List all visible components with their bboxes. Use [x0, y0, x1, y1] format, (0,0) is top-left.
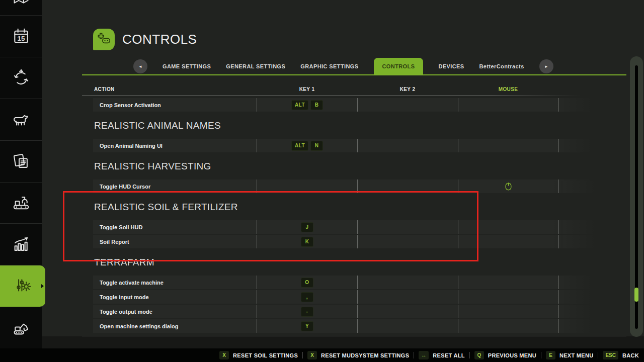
tab-bettercontracts[interactable]: BetterContracts: [479, 63, 524, 69]
footer-divider: [469, 352, 470, 358]
footer-key-badge: E: [546, 351, 555, 359]
key1-cell: ALTB: [257, 98, 357, 112]
mouse-icon: [505, 183, 512, 191]
tabs-prev-button[interactable]: ◂: [133, 59, 147, 73]
sidebar: 15: [0, 0, 42, 348]
key1-cell: ALTN: [257, 139, 357, 152]
key-badge: ALT: [291, 141, 308, 151]
row-end-spacer: [558, 220, 594, 234]
gamepad-icon: [97, 31, 112, 48]
sidebar-item-construction[interactable]: [0, 307, 42, 348]
sidebar-item-settings[interactable]: [0, 265, 45, 307]
key2-cell: [357, 319, 458, 333]
sidebar-item-calendar[interactable]: 15: [0, 16, 42, 57]
row-end-spacer: [558, 305, 594, 318]
footer-action-label: BACK: [622, 352, 639, 358]
footer-divider: [414, 352, 414, 358]
tab-graphic-settings[interactable]: GRAPHIC SETTINGS: [300, 63, 358, 69]
scrollbar-thumb[interactable]: [634, 288, 638, 302]
footer-divider: [302, 352, 303, 358]
tab-controls[interactable]: CONTROLS: [374, 58, 424, 74]
controls-settings-screen: 15 CONTROLS ◂GAME SETTINGSGENERAL SETTIN…: [0, 0, 644, 362]
settings-icon: [13, 277, 32, 296]
cow-icon: [12, 110, 31, 129]
footer-action-label: RESET ALL: [433, 352, 464, 358]
column-header-mouse: MOUSE: [458, 86, 558, 92]
column-header-key2: KEY 2: [357, 86, 458, 92]
key2-cell: [357, 98, 458, 112]
tab-game-settings[interactable]: GAME SETTINGS: [163, 63, 211, 69]
svg-text:15: 15: [17, 35, 25, 42]
footer-divider: [541, 352, 541, 358]
action-label: Crop Sensor Activation: [93, 98, 257, 112]
sidebar-item-animals[interactable]: [0, 99, 42, 141]
table-row[interactable]: Toggle output mode-: [93, 305, 594, 318]
map-icon: [12, 0, 31, 6]
key2-cell: [357, 305, 458, 318]
sidebar-item-statistics[interactable]: [0, 224, 42, 265]
statistics-icon: [12, 235, 31, 254]
annotation-box: [63, 191, 478, 261]
section-heading-realistic-harvesting: REALISTIC HARVESTING: [94, 161, 594, 172]
mouse-cell: [458, 290, 558, 304]
action-label: Toggle output mode: [93, 305, 257, 318]
section-heading-realistic-animal-names: REALISTIC ANIMAL NAMES: [94, 120, 594, 131]
key-badge: ,: [301, 292, 313, 302]
row-end-spacer: [558, 235, 594, 248]
table-row[interactable]: Crop Sensor ActivationALTB: [93, 98, 594, 112]
table-header-divider: [82, 95, 580, 96]
table-row[interactable]: Open Animal Naming UIALTN: [93, 139, 594, 152]
row-end-spacer: [558, 276, 594, 289]
key2-cell: [357, 276, 458, 289]
key1-cell: -: [257, 305, 357, 318]
row-end-spacer: [558, 98, 594, 112]
key2-cell: [357, 139, 458, 152]
controls-app-icon: [93, 29, 115, 50]
footer-key-badge: X: [307, 351, 317, 359]
mouse-cell: [458, 276, 558, 289]
mouse-cell: [458, 139, 558, 152]
contracts-icon: [12, 152, 31, 171]
tab-devices[interactable]: DEVICES: [438, 63, 464, 69]
table-row[interactable]: Toggle input mode,: [93, 290, 594, 304]
mouse-cell: [458, 319, 558, 333]
row-end-spacer: [558, 319, 594, 333]
footer-action-reset-mudsystem-settings[interactable]: XRESET MUDSYSTEM SETTINGS: [307, 351, 409, 359]
key-badge: O: [301, 278, 313, 288]
sidebar-item-crop-rotation[interactable]: [0, 57, 42, 99]
mouse-cell: [458, 305, 558, 318]
sidebar-item-contracts[interactable]: [0, 141, 42, 183]
row-end-spacer: [558, 179, 594, 193]
tabbar-accent-line: [82, 74, 626, 75]
action-label: Open machine settings dialog: [93, 319, 257, 333]
key-badge: ALT: [291, 100, 308, 110]
footer-key-badge: X: [219, 351, 229, 359]
tab-bar: ◂GAME SETTINGSGENERAL SETTINGSGRAPHIC SE…: [133, 58, 553, 74]
prev-arrow-icon: ◂: [139, 64, 142, 69]
key2-cell: [357, 290, 458, 304]
tab-general-settings[interactable]: GENERAL SETTINGS: [226, 63, 285, 69]
footer-key-badge: ESC: [603, 351, 618, 359]
footer-action-label: RESET SOIL SETTINGS: [233, 352, 298, 358]
key1-cell: O: [257, 276, 357, 289]
footer-action-reset-all[interactable]: ↔RESET ALL: [419, 351, 464, 359]
key-badge: N: [310, 141, 323, 151]
footer-action-previous-menu[interactable]: QPREVIOUS MENU: [474, 351, 536, 359]
content-bottom-strip: [42, 336, 644, 348]
footer-action-next-menu[interactable]: ENEXT MENU: [546, 351, 593, 359]
action-label: Open Animal Naming UI: [93, 139, 257, 152]
footer-action-back[interactable]: ESCBACK: [603, 351, 639, 359]
key1-cell: ,: [257, 290, 357, 304]
sidebar-item-production[interactable]: [0, 183, 42, 224]
row-end-spacer: [558, 290, 594, 304]
calendar-icon: 15: [12, 27, 31, 46]
footer-action-reset-soil-settings[interactable]: XRESET SOIL SETTINGS: [219, 351, 298, 359]
sidebar-item-map[interactable]: [0, 0, 42, 16]
column-header-action: ACTION: [93, 86, 257, 92]
footer-action-label: RESET MUDSYSTEM SETTINGS: [321, 352, 409, 358]
table-row[interactable]: Open machine settings dialogY: [93, 319, 594, 333]
tabs-next-button[interactable]: ▸: [539, 59, 553, 73]
table-row[interactable]: Toggle activate machineO: [93, 276, 594, 289]
row-end-spacer: [558, 139, 594, 152]
production-icon: [12, 193, 31, 212]
